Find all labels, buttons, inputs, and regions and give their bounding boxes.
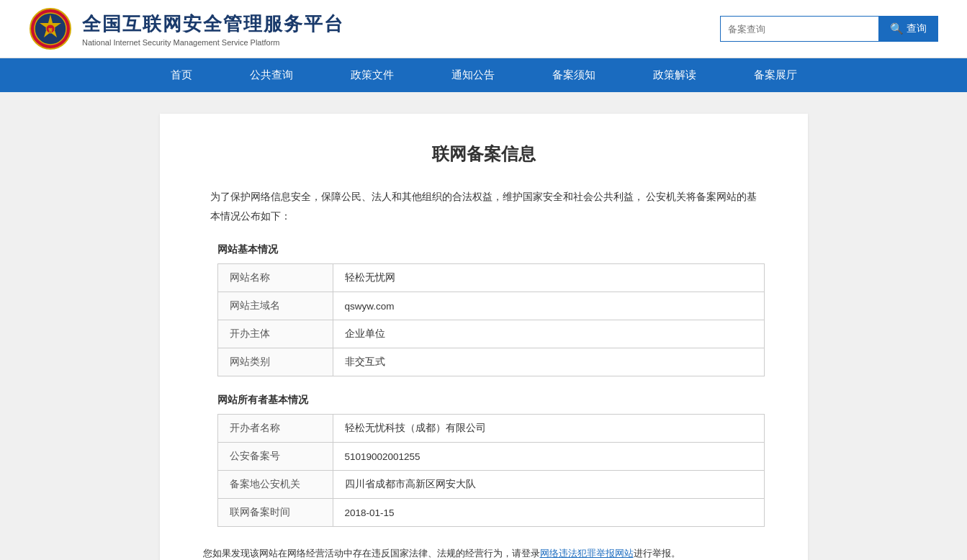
logo-title: 全国互联网安全管理服务平台 [82, 12, 344, 37]
intro-text: 为了保护网络信息安全，保障公民、法人和其他组织的合法权益，维护国家安全和社会公共… [203, 187, 765, 226]
owner-info-table: 开办者名称 轻松无忧科技（成都）有限公司 公安备案号 5101900200125… [217, 414, 765, 527]
table-row: 开办者名称 轻松无忧科技（成都）有限公司 [217, 415, 764, 443]
nav-item-policy-docs[interactable]: 政策文件 [322, 58, 423, 92]
value-domain: qswyw.com [333, 292, 764, 320]
nav-item-home[interactable]: 首页 [142, 58, 221, 92]
value-filing-date: 2018-01-15 [333, 499, 764, 527]
table-row: 公安备案号 51019002001255 [217, 443, 764, 471]
nav-item-notices[interactable]: 通知公告 [423, 58, 523, 92]
search-button-label: 查询 [907, 22, 927, 35]
search-button[interactable]: 🔍 查询 [878, 16, 938, 42]
table-row: 备案地公安机关 四川省成都市高新区网安大队 [217, 471, 764, 499]
table-row: 开办主体 企业单位 [217, 320, 764, 348]
nav-item-filing-guide[interactable]: 备案须知 [523, 58, 624, 92]
page-title: 联网备案信息 [203, 143, 765, 166]
table-row: 网站主域名 qswyw.com [217, 292, 764, 320]
nav-item-filing-hall[interactable]: 备案展厅 [725, 58, 826, 92]
label-filing-date: 联网备案时间 [217, 499, 333, 527]
header: 警 全国互联网安全管理服务平台 National Internet Securi… [0, 0, 967, 58]
value-operator-type: 企业单位 [333, 320, 764, 348]
police-badge-icon: 警 [29, 7, 72, 50]
search-input[interactable] [720, 16, 878, 42]
table-row: 联网备案时间 2018-01-15 [217, 499, 764, 527]
label-police-filing-no: 公安备案号 [217, 443, 333, 471]
label-operator-type: 开办主体 [217, 320, 333, 348]
section1-title: 网站基本情况 [203, 243, 765, 256]
table-row: 网站名称 轻松无忧网 [217, 264, 764, 292]
value-website-category: 非交互式 [333, 348, 764, 376]
main-content: 联网备案信息 为了保护网络信息安全，保障公民、法人和其他组织的合法权益，维护国家… [160, 114, 808, 560]
value-police-bureau: 四川省成都市高新区网安大队 [333, 471, 764, 499]
footer-note-link[interactable]: 网络违法犯罪举报网站 [540, 548, 634, 559]
value-owner-name: 轻松无忧科技（成都）有限公司 [333, 415, 764, 443]
label-police-bureau: 备案地公安机关 [217, 471, 333, 499]
nav-item-policy-interp[interactable]: 政策解读 [624, 58, 725, 92]
logo-subtitle: National Internet Security Management Se… [82, 38, 344, 47]
website-info-table: 网站名称 轻松无忧网 网站主域名 qswyw.com 开办主体 企业单位 网站类… [217, 263, 765, 376]
nav-item-public-query[interactable]: 公共查询 [221, 58, 322, 92]
label-website-category: 网站类别 [217, 348, 333, 376]
footer-note-post: 进行举报。 [634, 548, 680, 559]
table-row: 网站类别 非交互式 [217, 348, 764, 376]
value-police-filing-no: 51019002001255 [333, 443, 764, 471]
search-area: 🔍 查询 [720, 16, 938, 42]
footer-note-pre: 您如果发现该网站在网络经营活动中存在违反国家法律、法规的经营行为，请登录 [203, 548, 540, 559]
search-icon: 🔍 [890, 22, 904, 35]
nav-bar: 首页 公共查询 政策文件 通知公告 备案须知 政策解读 备案展厅 [0, 58, 967, 92]
label-owner-name: 开办者名称 [217, 415, 333, 443]
value-website-name: 轻松无忧网 [333, 264, 764, 292]
logo-area: 警 全国互联网安全管理服务平台 National Internet Securi… [29, 7, 344, 50]
logo-text-block: 全国互联网安全管理服务平台 National Internet Security… [82, 12, 344, 47]
section2-title: 网站所有者基本情况 [203, 394, 765, 407]
label-domain: 网站主域名 [217, 292, 333, 320]
footer-note: 您如果发现该网站在网络经营活动中存在违反国家法律、法规的经营行为，请登录网络违法… [203, 544, 765, 560]
label-website-name: 网站名称 [217, 264, 333, 292]
svg-text:警: 警 [48, 27, 53, 32]
